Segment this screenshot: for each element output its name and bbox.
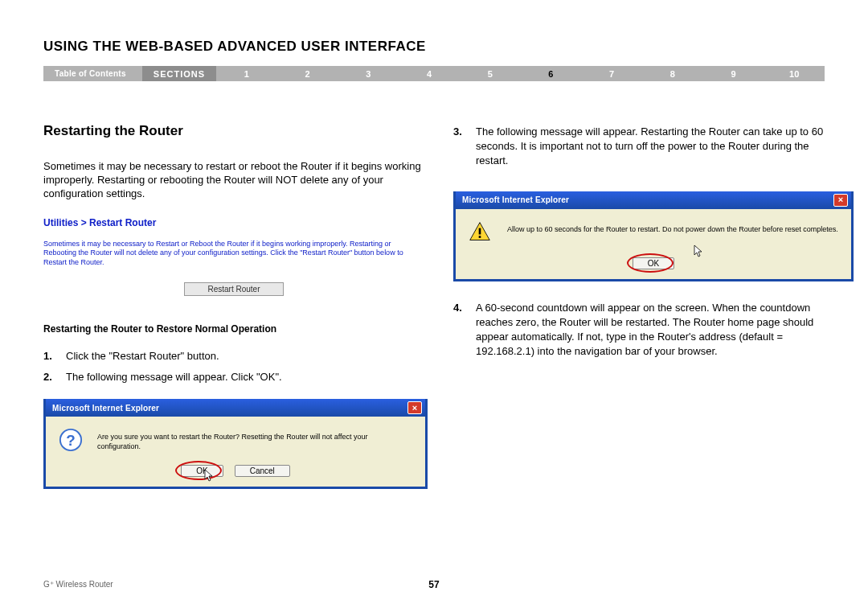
steps-list-right-top: 3. The following message will appear. Re… bbox=[453, 125, 834, 169]
ok-button[interactable]: OK bbox=[633, 257, 674, 269]
left-column: Restarting the Router Sometimes it may b… bbox=[43, 123, 424, 489]
ok-button[interactable]: OK bbox=[181, 465, 223, 477]
steps-list-right-bottom: 4. A 60-second countdown will appear on … bbox=[453, 301, 834, 359]
cancel-button[interactable]: Cancel bbox=[235, 465, 290, 477]
list-item: 2. The following message will appear. Cl… bbox=[43, 370, 424, 384]
step-text: The following message will appear. Resta… bbox=[476, 125, 834, 169]
step-number: 1. bbox=[43, 349, 66, 364]
dialog-confirm: Microsoft Internet Explorer × ? Are bbox=[43, 399, 428, 489]
cursor-icon bbox=[204, 469, 215, 485]
step-text: Click the "Restart Router" button. bbox=[66, 349, 424, 364]
dialog-title: Microsoft Internet Explorer bbox=[462, 195, 569, 204]
section-link-6[interactable]: 6 bbox=[521, 69, 582, 79]
toc-link[interactable]: Table of Contents bbox=[43, 69, 142, 78]
close-icon: × bbox=[838, 195, 843, 204]
section-link-9[interactable]: 9 bbox=[703, 69, 764, 79]
panel-help-text: Sometimes it may be necessary to Restart… bbox=[43, 240, 424, 268]
sections-label: SECTIONS bbox=[142, 66, 216, 81]
steps-list-left: 1. Click the "Restart Router" button. 2.… bbox=[43, 349, 424, 384]
svg-rect-3 bbox=[479, 236, 481, 238]
chapter-title: USING THE WEB-BASED ADVANCED USER INTERF… bbox=[43, 39, 825, 55]
page-heading: Restarting the Router bbox=[43, 123, 424, 139]
utilities-panel: Utilities > Restart Router Sometimes it … bbox=[43, 217, 424, 296]
section-link-1[interactable]: 1 bbox=[216, 69, 277, 79]
question-icon: ? bbox=[59, 428, 83, 452]
dialog-wait: Microsoft Internet Explorer × bbox=[453, 191, 854, 281]
section-nav-bar: Table of Contents SECTIONS 1 2 3 4 5 6 7… bbox=[43, 66, 825, 81]
svg-rect-2 bbox=[479, 228, 481, 234]
section-link-3[interactable]: 3 bbox=[338, 69, 399, 79]
step-text: A 60-second countdown will appear on the… bbox=[476, 301, 834, 359]
intro-paragraph: Sometimes it may be necessary to restart… bbox=[43, 160, 424, 201]
section-link-7[interactable]: 7 bbox=[581, 69, 642, 79]
list-item: 4. A 60-second countdown will appear on … bbox=[453, 301, 834, 359]
svg-text:?: ? bbox=[66, 432, 75, 449]
restart-router-button[interactable]: Restart Router bbox=[184, 282, 283, 296]
right-column: 3. The following message will appear. Re… bbox=[453, 123, 834, 489]
sub-heading: Restarting the Router to Restore Normal … bbox=[43, 323, 424, 335]
page-footer: G⁺ Wireless Router 57 bbox=[43, 580, 825, 589]
cursor-icon bbox=[694, 244, 705, 262]
ok-label: OK bbox=[648, 259, 659, 268]
section-link-10[interactable]: 10 bbox=[764, 69, 825, 79]
step-number: 4. bbox=[453, 301, 476, 359]
breadcrumb: Utilities > Restart Router bbox=[43, 217, 424, 228]
dialog-title: Microsoft Internet Explorer bbox=[52, 404, 159, 413]
section-link-8[interactable]: 8 bbox=[642, 69, 703, 79]
section-link-2[interactable]: 2 bbox=[277, 69, 338, 79]
dialog-message: Are you sure you want to restart the Rou… bbox=[97, 428, 412, 451]
section-link-5[interactable]: 5 bbox=[460, 69, 521, 79]
dialog-titlebar: Microsoft Internet Explorer × bbox=[46, 399, 425, 417]
step-number: 2. bbox=[43, 370, 66, 384]
step-text: The following message will appear. Click… bbox=[66, 370, 424, 384]
list-item: 1. Click the "Restart Router" button. bbox=[43, 349, 424, 364]
dialog-titlebar: Microsoft Internet Explorer × bbox=[456, 191, 851, 209]
warning-icon bbox=[469, 220, 493, 244]
list-item: 3. The following message will appear. Re… bbox=[453, 125, 834, 169]
product-name: G⁺ Wireless Router bbox=[43, 580, 113, 589]
section-numbers: 1 2 3 4 5 6 7 8 9 10 bbox=[216, 66, 825, 81]
step-number: 3. bbox=[453, 125, 476, 169]
close-icon: × bbox=[412, 404, 417, 413]
page-number: 57 bbox=[428, 579, 439, 590]
dialog-message: Allow up to 60 seconds for the Router to… bbox=[507, 220, 838, 235]
dialog-close-button[interactable]: × bbox=[407, 401, 422, 414]
section-link-4[interactable]: 4 bbox=[399, 69, 460, 79]
dialog-close-button[interactable]: × bbox=[833, 194, 848, 207]
